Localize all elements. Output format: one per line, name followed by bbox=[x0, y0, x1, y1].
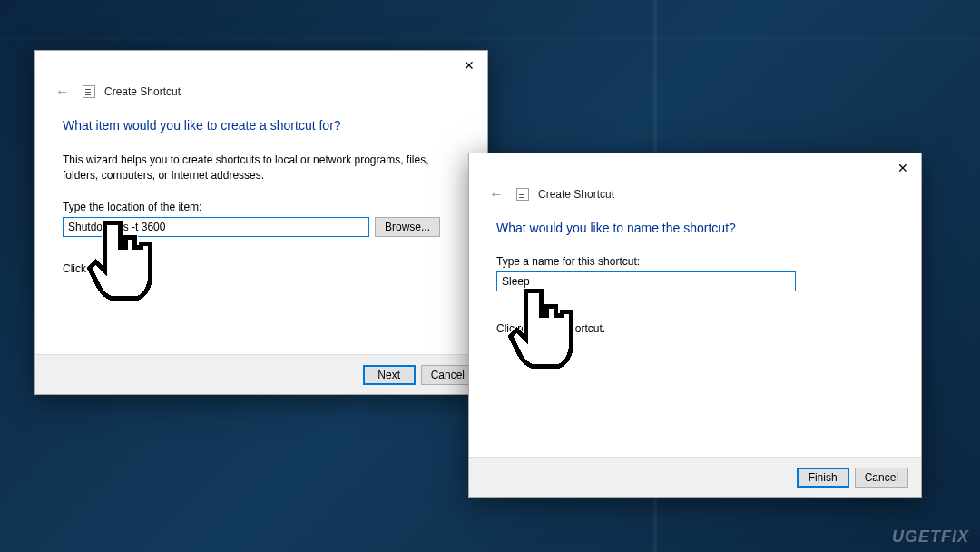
next-button[interactable]: Next bbox=[363, 365, 416, 385]
create-shortcut-dialog-name: ✕ ← Create Shortcut What would you like … bbox=[468, 153, 922, 498]
watermark: UGETFIX bbox=[892, 527, 969, 547]
name-input[interactable] bbox=[496, 271, 796, 291]
wizard-heading: What would you like to name the shortcut… bbox=[496, 221, 894, 235]
dialog-header: ← Create Shortcut bbox=[35, 80, 487, 104]
browse-button[interactable]: Browse... bbox=[375, 217, 440, 237]
close-icon[interactable]: ✕ bbox=[885, 153, 921, 182]
wizard-icon bbox=[516, 188, 529, 201]
name-label: Type a name for this shortcut: bbox=[496, 255, 894, 268]
create-shortcut-dialog-location: ✕ ← Create Shortcut What item would you … bbox=[34, 50, 488, 395]
dialog-header: ← Create Shortcut bbox=[469, 182, 921, 206]
dialog-footer: Next Cancel bbox=[35, 354, 487, 394]
dialog-title: Create Shortcut bbox=[538, 188, 614, 201]
dialog-content: What would you like to name the shortcut… bbox=[469, 206, 921, 457]
titlebar: ✕ bbox=[35, 51, 487, 80]
location-input[interactable] bbox=[63, 217, 369, 237]
back-arrow-icon[interactable]: ← bbox=[52, 82, 74, 102]
wizard-description: This wizard helps you to create shortcut… bbox=[63, 153, 453, 184]
wizard-icon bbox=[83, 85, 95, 98]
location-row: Browse... bbox=[63, 217, 460, 237]
dialog-footer: Finish Cancel bbox=[469, 457, 921, 497]
finish-button[interactable]: Finish bbox=[797, 468, 849, 488]
back-arrow-icon[interactable]: ← bbox=[485, 184, 507, 204]
titlebar: ✕ bbox=[469, 153, 921, 182]
helper-text: Click Ne ue. bbox=[63, 262, 460, 275]
cancel-button[interactable]: Cancel bbox=[421, 365, 475, 385]
dialog-content: What item would you like to create a sho… bbox=[35, 104, 487, 354]
desktop-divider-h bbox=[0, 36, 980, 40]
location-label: Type the location of the item: bbox=[63, 201, 460, 213]
wizard-heading: What item would you like to create a sho… bbox=[63, 118, 460, 133]
cancel-button[interactable]: Cancel bbox=[855, 468, 908, 488]
helper-text: Clic reate the shortcut. bbox=[496, 322, 894, 335]
close-icon[interactable]: ✕ bbox=[451, 51, 487, 80]
dialog-title: Create Shortcut bbox=[104, 85, 181, 98]
